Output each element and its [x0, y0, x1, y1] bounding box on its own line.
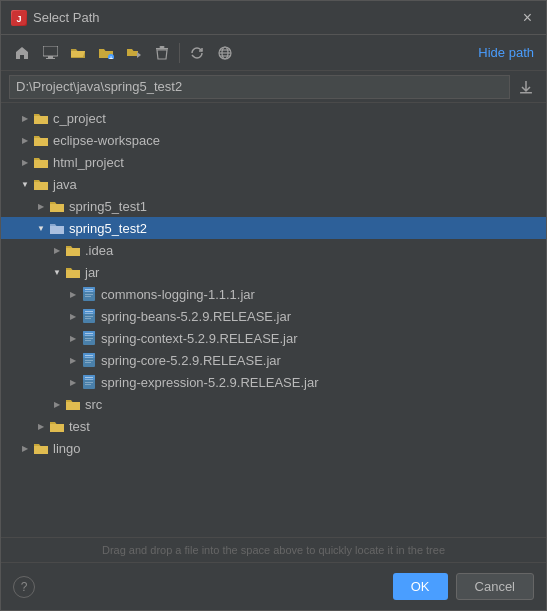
svg-rect-42 — [85, 379, 93, 380]
jar-icon-spring-core — [81, 352, 97, 368]
tree-item-test[interactable]: ▶ test — [1, 415, 546, 437]
network-button[interactable] — [212, 40, 238, 66]
label-spring-core: spring-core-5.2.9.RELEASE.jar — [101, 353, 281, 368]
jar-icon-spring-context — [81, 330, 97, 346]
cancel-button[interactable]: Cancel — [456, 573, 534, 600]
tree-item-src[interactable]: ▶ src — [1, 393, 546, 415]
svg-rect-38 — [85, 362, 91, 363]
action-buttons: OK Cancel — [393, 573, 534, 600]
label-spring5-test1: spring5_test1 — [69, 199, 147, 214]
folder-icon-jar — [65, 264, 81, 280]
expand-arrow-spring-context[interactable]: ▶ — [65, 327, 81, 349]
svg-rect-31 — [85, 338, 93, 339]
folder-icon-spring5-test2 — [49, 220, 65, 236]
expand-arrow-src[interactable]: ▶ — [49, 393, 65, 415]
folder-icon-spring5-test1 — [49, 198, 65, 214]
ok-button[interactable]: OK — [393, 573, 448, 600]
close-button[interactable]: × — [519, 8, 536, 28]
tree-item-eclipse-workspace[interactable]: ▶ eclipse-workspace — [1, 129, 546, 151]
tree-item-spring-beans[interactable]: ▶ spring-beans-5.2.9.RELEASE.jar — [1, 305, 546, 327]
svg-rect-41 — [85, 377, 93, 378]
svg-rect-24 — [85, 313, 93, 314]
svg-rect-36 — [85, 357, 93, 358]
svg-rect-23 — [85, 311, 93, 312]
svg-rect-2 — [43, 46, 58, 56]
expand-arrow-spring5-test1[interactable]: ▶ — [33, 195, 49, 217]
svg-rect-30 — [85, 335, 93, 336]
svg-rect-43 — [85, 382, 93, 383]
path-bar — [1, 71, 546, 103]
expand-arrow-test[interactable]: ▶ — [33, 415, 49, 437]
desktop-button[interactable] — [37, 40, 63, 66]
svg-rect-14 — [520, 92, 532, 94]
tree-item-html-project[interactable]: ▶ html_project — [1, 151, 546, 173]
refresh-button[interactable] — [184, 40, 210, 66]
label-jar: jar — [85, 265, 99, 280]
expand-arrow-spring5-test2[interactable]: ▼ — [33, 217, 49, 239]
svg-rect-20 — [85, 296, 91, 297]
folder-icon-eclipse-workspace — [33, 132, 49, 148]
folder-button[interactable]: + — [93, 40, 119, 66]
path-download-button[interactable] — [514, 75, 538, 99]
new-folder-button[interactable] — [121, 40, 147, 66]
folder-open-button[interactable] — [65, 40, 91, 66]
label-idea: .idea — [85, 243, 113, 258]
expand-arrow-spring-expression[interactable]: ▶ — [65, 371, 81, 393]
expand-arrow-jar[interactable]: ▼ — [49, 261, 65, 283]
expand-arrow-spring-core[interactable]: ▶ — [65, 349, 81, 371]
svg-rect-37 — [85, 360, 93, 361]
expand-arrow-lingo[interactable]: ▶ — [17, 437, 33, 459]
folder-icon-lingo — [33, 440, 49, 456]
svg-rect-35 — [85, 355, 93, 356]
home-button[interactable] — [9, 40, 35, 66]
label-spring5-test2: spring5_test2 — [69, 221, 147, 236]
svg-rect-19 — [85, 294, 93, 295]
label-java: java — [53, 177, 77, 192]
tree-item-lingo[interactable]: ▶ lingo — [1, 437, 546, 459]
folder-icon-java — [33, 176, 49, 192]
tree-item-jar[interactable]: ▼ jar — [1, 261, 546, 283]
tree-item-spring5-test1[interactable]: ▶ spring5_test1 — [1, 195, 546, 217]
svg-rect-26 — [85, 318, 91, 319]
label-spring-expression: spring-expression-5.2.9.RELEASE.jar — [101, 375, 319, 390]
tree-item-spring-context[interactable]: ▶ spring-context-5.2.9.RELEASE.jar — [1, 327, 546, 349]
tree-item-c-project[interactable]: ▶ c_project — [1, 107, 546, 129]
expand-arrow-html-project[interactable]: ▶ — [17, 151, 33, 173]
expand-arrow-java[interactable]: ▼ — [17, 173, 33, 195]
expand-arrow-eclipse-workspace[interactable]: ▶ — [17, 129, 33, 151]
jar-icon-spring-expression — [81, 374, 97, 390]
jar-icon-spring-beans — [81, 308, 97, 324]
svg-rect-17 — [85, 289, 93, 290]
tree-item-java[interactable]: ▼ java — [1, 173, 546, 195]
label-spring-context: spring-context-5.2.9.RELEASE.jar — [101, 331, 298, 346]
path-input[interactable] — [9, 75, 510, 99]
folder-icon-html-project — [33, 154, 49, 170]
delete-button[interactable] — [149, 40, 175, 66]
folder-icon-test — [49, 418, 65, 434]
expand-arrow-commons-logging[interactable]: ▶ — [65, 283, 81, 305]
hide-path-button[interactable]: Hide path — [474, 43, 538, 62]
svg-rect-3 — [48, 56, 53, 58]
folder-icon-idea — [65, 242, 81, 258]
help-button[interactable]: ? — [13, 576, 35, 598]
expand-arrow-c-project[interactable]: ▶ — [17, 107, 33, 129]
svg-rect-25 — [85, 316, 93, 317]
tree-item-spring-core[interactable]: ▶ spring-core-5.2.9.RELEASE.jar — [1, 349, 546, 371]
label-eclipse-workspace: eclipse-workspace — [53, 133, 160, 148]
svg-rect-18 — [85, 291, 93, 292]
toolbar-separator — [179, 43, 180, 63]
svg-rect-8 — [160, 46, 165, 48]
drag-hint: Drag and drop a file into the space abov… — [1, 537, 546, 562]
file-tree[interactable]: ▶ c_project ▶ eclipse-workspace — [1, 103, 546, 537]
label-c-project: c_project — [53, 111, 106, 126]
expand-arrow-idea[interactable]: ▶ — [49, 239, 65, 261]
label-html-project: html_project — [53, 155, 124, 170]
tree-item-idea[interactable]: ▶ .idea — [1, 239, 546, 261]
tree-item-commons-logging[interactable]: ▶ commons-logging-1.1.1.jar — [1, 283, 546, 305]
svg-rect-29 — [85, 333, 93, 334]
label-test: test — [69, 419, 90, 434]
tree-item-spring-expression[interactable]: ▶ spring-expression-5.2.9.RELEASE.jar — [1, 371, 546, 393]
svg-rect-32 — [85, 340, 91, 341]
expand-arrow-spring-beans[interactable]: ▶ — [65, 305, 81, 327]
tree-item-spring5-test2[interactable]: ▼ spring5_test2 — [1, 217, 546, 239]
